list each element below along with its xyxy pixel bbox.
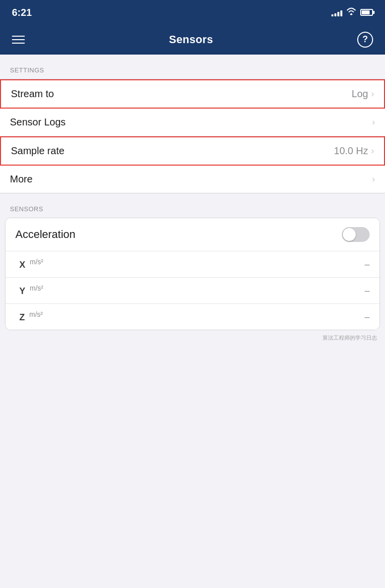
sensor-logs-row[interactable]: Sensor Logs › xyxy=(0,109,385,136)
sample-rate-label: Sample rate xyxy=(11,145,64,157)
more-row[interactable]: More › xyxy=(0,166,385,193)
more-value: › xyxy=(372,174,375,184)
signal-bars-icon xyxy=(331,8,342,16)
x-axis-value: – xyxy=(365,259,370,270)
hamburger-menu-button[interactable] xyxy=(12,36,25,44)
y-axis-row: Y m/s² – xyxy=(5,278,380,304)
sample-rate-row[interactable]: Sample rate 10.0 Hz › xyxy=(0,136,385,166)
acceleration-label: Acceleration xyxy=(15,228,75,241)
watermark-text: 算法工程师的学习日志 xyxy=(322,335,377,341)
acceleration-card: Acceleration X m/s² – Y m/s² – Z m xyxy=(5,218,380,330)
x-axis-label: X m/s² xyxy=(19,258,43,270)
acceleration-toggle[interactable] xyxy=(342,227,370,242)
battery-icon xyxy=(360,9,373,16)
stream-to-label: Stream to xyxy=(11,88,54,100)
bar3 xyxy=(337,12,339,16)
more-label: More xyxy=(10,174,33,185)
svg-point-0 xyxy=(351,14,352,15)
wifi-icon xyxy=(346,7,356,17)
y-axis-label: Y m/s² xyxy=(19,285,43,296)
acceleration-header: Acceleration xyxy=(5,218,380,251)
chevron-icon: › xyxy=(371,89,374,99)
battery-fill xyxy=(362,10,370,14)
z-axis-row: Z m/s² – xyxy=(5,304,380,330)
chevron-icon: › xyxy=(372,174,375,184)
page-title: Sensors xyxy=(169,33,213,46)
stream-to-value: Log › xyxy=(352,88,374,100)
sample-rate-value: 10.0 Hz › xyxy=(334,145,374,157)
chevron-icon: › xyxy=(372,117,375,127)
sample-rate-value-text: 10.0 Hz xyxy=(334,145,368,157)
chevron-icon: › xyxy=(371,146,374,156)
help-button[interactable]: ? xyxy=(357,32,373,48)
y-axis-value: – xyxy=(365,286,370,296)
stream-to-row[interactable]: Stream to Log › xyxy=(0,79,385,109)
z-axis-value: – xyxy=(365,312,370,322)
hamburger-line-2 xyxy=(12,39,25,40)
status-icons xyxy=(331,7,373,17)
status-bar: 6:21 xyxy=(0,0,385,25)
content-area: SETTINGS Stream to Log › Sensor Logs › S… xyxy=(0,55,385,346)
x-axis-row: X m/s² – xyxy=(5,251,380,278)
stream-to-value-text: Log xyxy=(352,88,368,100)
settings-section-header: SETTINGS xyxy=(0,55,385,79)
bar4 xyxy=(340,10,342,16)
watermark: 算法工程师的学习日志 xyxy=(0,330,385,346)
bar1 xyxy=(331,14,333,16)
app-header: Sensors ? xyxy=(0,25,385,55)
sensor-logs-value: › xyxy=(372,117,375,127)
hamburger-line-1 xyxy=(12,36,25,37)
z-axis-label: Z m/s² xyxy=(19,311,43,323)
sensor-logs-label: Sensor Logs xyxy=(10,117,65,128)
toggle-knob xyxy=(343,228,356,241)
status-time: 6:21 xyxy=(12,7,32,18)
bar2 xyxy=(334,13,336,16)
hamburger-line-3 xyxy=(12,43,25,44)
sensors-section-header: SENSORS xyxy=(0,193,385,218)
settings-group: Stream to Log › Sensor Logs › Sample rat… xyxy=(0,79,385,193)
